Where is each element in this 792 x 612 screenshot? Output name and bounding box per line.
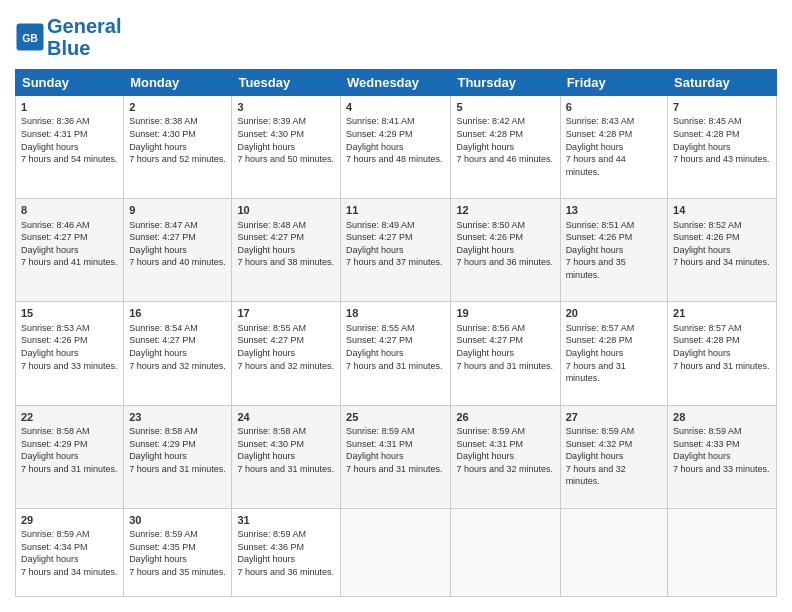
sunset: Sunset: 4:27 PM bbox=[237, 231, 335, 244]
daylight-value: 7 hours and 35 minutes. bbox=[566, 256, 662, 281]
sunset: Sunset: 4:28 PM bbox=[456, 128, 554, 141]
day-cell: 10Sunrise: 8:48 AMSunset: 4:27 PMDayligh… bbox=[232, 199, 341, 302]
day-number: 16 bbox=[129, 306, 226, 321]
sunrise: Sunrise: 8:56 AM bbox=[456, 322, 554, 335]
day-cell: 23Sunrise: 8:58 AMSunset: 4:29 PMDayligh… bbox=[124, 405, 232, 508]
daylight-value: 7 hours and 32 minutes. bbox=[456, 463, 554, 476]
daylight-value: 7 hours and 34 minutes. bbox=[673, 256, 771, 269]
daylight-value: 7 hours and 54 minutes. bbox=[21, 153, 118, 166]
day-number: 14 bbox=[673, 203, 771, 218]
daylight-value: 7 hours and 32 minutes. bbox=[129, 360, 226, 373]
sunrise: Sunrise: 8:59 AM bbox=[129, 528, 226, 541]
sunset: Sunset: 4:27 PM bbox=[346, 231, 445, 244]
day-header-sunday: Sunday bbox=[16, 70, 124, 96]
svg-text:GB: GB bbox=[22, 32, 38, 44]
day-number: 12 bbox=[456, 203, 554, 218]
day-number: 17 bbox=[237, 306, 335, 321]
week-row-2: 8Sunrise: 8:46 AMSunset: 4:27 PMDaylight… bbox=[16, 199, 777, 302]
day-cell bbox=[560, 508, 667, 596]
daylight-label: Daylight hours bbox=[673, 141, 771, 154]
daylight-value: 7 hours and 43 minutes. bbox=[673, 153, 771, 166]
day-cell: 13Sunrise: 8:51 AMSunset: 4:26 PMDayligh… bbox=[560, 199, 667, 302]
logo: GB General Blue bbox=[15, 15, 121, 59]
daylight-label: Daylight hours bbox=[237, 553, 335, 566]
day-number: 9 bbox=[129, 203, 226, 218]
sunrise: Sunrise: 8:55 AM bbox=[346, 322, 445, 335]
sunset: Sunset: 4:27 PM bbox=[21, 231, 118, 244]
daylight-label: Daylight hours bbox=[673, 450, 771, 463]
sunrise: Sunrise: 8:59 AM bbox=[346, 425, 445, 438]
daylight-value: 7 hours and 36 minutes. bbox=[456, 256, 554, 269]
sunset: Sunset: 4:30 PM bbox=[237, 128, 335, 141]
calendar-table: SundayMondayTuesdayWednesdayThursdayFrid… bbox=[15, 69, 777, 597]
sunrise: Sunrise: 8:59 AM bbox=[673, 425, 771, 438]
day-cell: 31Sunrise: 8:59 AMSunset: 4:36 PMDayligh… bbox=[232, 508, 341, 596]
daylight-label: Daylight hours bbox=[456, 141, 554, 154]
sunrise: Sunrise: 8:51 AM bbox=[566, 219, 662, 232]
daylight-value: 7 hours and 31 minutes. bbox=[346, 463, 445, 476]
daylight-label: Daylight hours bbox=[566, 450, 662, 463]
day-number: 26 bbox=[456, 410, 554, 425]
day-number: 27 bbox=[566, 410, 662, 425]
sunrise: Sunrise: 8:58 AM bbox=[21, 425, 118, 438]
daylight-value: 7 hours and 31 minutes. bbox=[673, 360, 771, 373]
day-cell bbox=[451, 508, 560, 596]
day-cell bbox=[668, 508, 777, 596]
sunset: Sunset: 4:28 PM bbox=[566, 128, 662, 141]
day-number: 15 bbox=[21, 306, 118, 321]
daylight-label: Daylight hours bbox=[21, 141, 118, 154]
daylight-label: Daylight hours bbox=[21, 347, 118, 360]
sunset: Sunset: 4:29 PM bbox=[129, 438, 226, 451]
daylight-label: Daylight hours bbox=[346, 244, 445, 257]
day-cell: 7Sunrise: 8:45 AMSunset: 4:28 PMDaylight… bbox=[668, 96, 777, 199]
daylight-value: 7 hours and 31 minutes. bbox=[129, 463, 226, 476]
day-cell: 30Sunrise: 8:59 AMSunset: 4:35 PMDayligh… bbox=[124, 508, 232, 596]
sunset: Sunset: 4:32 PM bbox=[566, 438, 662, 451]
day-number: 19 bbox=[456, 306, 554, 321]
sunrise: Sunrise: 8:55 AM bbox=[237, 322, 335, 335]
daylight-value: 7 hours and 31 minutes. bbox=[456, 360, 554, 373]
day-number: 4 bbox=[346, 100, 445, 115]
day-number: 6 bbox=[566, 100, 662, 115]
daylight-label: Daylight hours bbox=[456, 450, 554, 463]
sunrise: Sunrise: 8:49 AM bbox=[346, 219, 445, 232]
daylight-label: Daylight hours bbox=[346, 347, 445, 360]
day-cell: 15Sunrise: 8:53 AMSunset: 4:26 PMDayligh… bbox=[16, 302, 124, 405]
sunrise: Sunrise: 8:36 AM bbox=[21, 115, 118, 128]
week-row-5: 29Sunrise: 8:59 AMSunset: 4:34 PMDayligh… bbox=[16, 508, 777, 596]
sunset: Sunset: 4:28 PM bbox=[673, 128, 771, 141]
daylight-label: Daylight hours bbox=[456, 244, 554, 257]
daylight-value: 7 hours and 33 minutes. bbox=[21, 360, 118, 373]
day-cell: 24Sunrise: 8:58 AMSunset: 4:30 PMDayligh… bbox=[232, 405, 341, 508]
sunrise: Sunrise: 8:58 AM bbox=[237, 425, 335, 438]
day-cell: 28Sunrise: 8:59 AMSunset: 4:33 PMDayligh… bbox=[668, 405, 777, 508]
day-number: 11 bbox=[346, 203, 445, 218]
daylight-value: 7 hours and 33 minutes. bbox=[673, 463, 771, 476]
week-row-1: 1Sunrise: 8:36 AMSunset: 4:31 PMDaylight… bbox=[16, 96, 777, 199]
day-cell: 1Sunrise: 8:36 AMSunset: 4:31 PMDaylight… bbox=[16, 96, 124, 199]
daylight-value: 7 hours and 48 minutes. bbox=[346, 153, 445, 166]
daylight-label: Daylight hours bbox=[129, 244, 226, 257]
day-number: 23 bbox=[129, 410, 226, 425]
day-cell: 21Sunrise: 8:57 AMSunset: 4:28 PMDayligh… bbox=[668, 302, 777, 405]
daylight-label: Daylight hours bbox=[237, 450, 335, 463]
sunrise: Sunrise: 8:52 AM bbox=[673, 219, 771, 232]
sunset: Sunset: 4:26 PM bbox=[566, 231, 662, 244]
sunrise: Sunrise: 8:59 AM bbox=[456, 425, 554, 438]
daylight-label: Daylight hours bbox=[237, 244, 335, 257]
daylight-label: Daylight hours bbox=[129, 141, 226, 154]
daylight-value: 7 hours and 32 minutes. bbox=[566, 463, 662, 488]
sunrise: Sunrise: 8:59 AM bbox=[566, 425, 662, 438]
sunrise: Sunrise: 8:59 AM bbox=[237, 528, 335, 541]
logo-text: General Blue bbox=[47, 15, 121, 59]
week-row-3: 15Sunrise: 8:53 AMSunset: 4:26 PMDayligh… bbox=[16, 302, 777, 405]
daylight-value: 7 hours and 31 minutes. bbox=[21, 463, 118, 476]
day-cell: 26Sunrise: 8:59 AMSunset: 4:31 PMDayligh… bbox=[451, 405, 560, 508]
day-header-saturday: Saturday bbox=[668, 70, 777, 96]
sunset: Sunset: 4:34 PM bbox=[21, 541, 118, 554]
day-cell: 4Sunrise: 8:41 AMSunset: 4:29 PMDaylight… bbox=[341, 96, 451, 199]
daylight-label: Daylight hours bbox=[566, 347, 662, 360]
day-number: 25 bbox=[346, 410, 445, 425]
day-number: 8 bbox=[21, 203, 118, 218]
sunset: Sunset: 4:31 PM bbox=[456, 438, 554, 451]
